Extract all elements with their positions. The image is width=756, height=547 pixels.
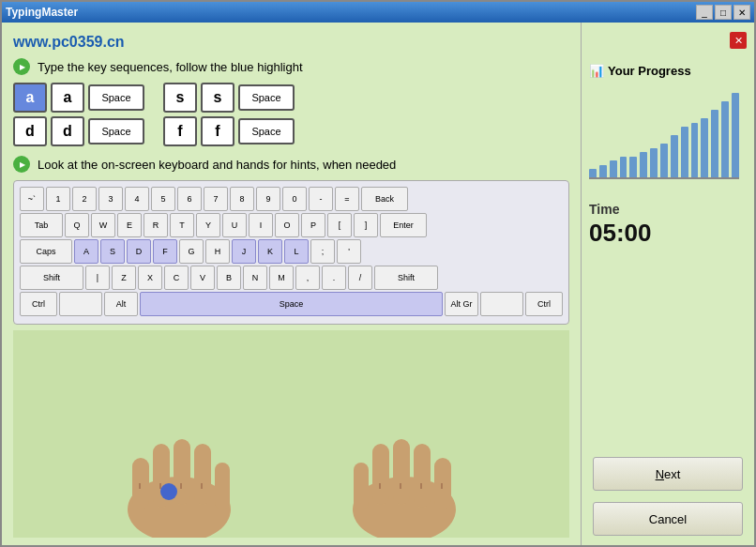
play-icon-2[interactable] [13, 156, 30, 173]
key-z[interactable]: Z [112, 266, 136, 290]
key-6[interactable]: 6 [177, 187, 202, 211]
key-backspace[interactable]: Back [361, 187, 408, 211]
key-comma[interactable]: , [295, 266, 320, 290]
play-icon-1[interactable] [13, 58, 30, 75]
key-enter[interactable]: Enter [380, 213, 427, 237]
key-tab[interactable]: Tab [20, 213, 63, 237]
key-L[interactable]: L [284, 239, 309, 264]
chart-bar [599, 165, 607, 178]
key-1[interactable]: 1 [46, 187, 70, 211]
key-5[interactable]: 5 [151, 187, 175, 211]
key-period[interactable]: . [322, 266, 346, 290]
key-9[interactable]: 9 [256, 187, 280, 211]
key-e[interactable]: E [117, 213, 142, 237]
progress-title: 📊 Your Progress [589, 64, 747, 78]
key-minus[interactable]: - [309, 187, 333, 211]
next-label: Next [656, 467, 681, 481]
blue-dot [160, 483, 177, 500]
key-caps[interactable]: Caps [20, 239, 72, 264]
key-p[interactable]: P [301, 213, 325, 237]
key-D[interactable]: D [127, 239, 151, 264]
app-title: TypingMaster [6, 6, 78, 19]
key-o[interactable]: O [275, 213, 299, 237]
progress-section: 📊 Your Progress [589, 64, 747, 183]
svg-rect-1 [132, 458, 149, 509]
key-x[interactable]: X [138, 266, 162, 290]
key-semicolon[interactable]: ; [310, 239, 335, 264]
key-blank-left [59, 292, 102, 316]
key-alt-left[interactable]: Alt [104, 292, 138, 316]
key-slash[interactable]: / [348, 266, 372, 290]
key-shift-left[interactable]: Shift [20, 266, 83, 290]
key-t[interactable]: T [170, 213, 194, 237]
chart-bar [671, 135, 678, 177]
hand-right [292, 416, 479, 538]
key-v[interactable]: V [190, 266, 215, 290]
key-r[interactable]: R [144, 213, 168, 237]
key-q[interactable]: Q [65, 213, 89, 237]
key-tilde[interactable]: ~` [20, 187, 44, 211]
key-S[interactable]: S [100, 239, 125, 264]
hands-area [13, 330, 569, 538]
key-G[interactable]: G [179, 239, 204, 264]
key-row-ff: f f Space [163, 116, 295, 146]
key-n[interactable]: N [243, 266, 267, 290]
key-0[interactable]: 0 [282, 187, 307, 211]
key-pipe[interactable]: | [85, 266, 110, 290]
key-m[interactable]: M [269, 266, 294, 290]
key-lbracket[interactable]: [ [327, 213, 352, 237]
key-F[interactable]: F [153, 239, 177, 264]
key-y[interactable]: Y [196, 213, 220, 237]
key-space-3: Space [238, 84, 295, 111]
chart-bar [732, 93, 739, 177]
key-b[interactable]: B [217, 266, 241, 290]
instruction2-row: Look at the on-screen keyboard and hands… [13, 156, 569, 173]
key-J[interactable]: J [232, 239, 256, 264]
key-c[interactable]: C [164, 266, 189, 290]
key-8[interactable]: 8 [230, 187, 254, 211]
key-rbracket[interactable]: ] [354, 213, 378, 237]
key-space-1: Space [88, 84, 144, 111]
instruction1-text: Type the key sequences, follow the blue … [38, 60, 303, 74]
minimize-button[interactable]: _ [696, 5, 713, 20]
key-f-1: f [163, 116, 197, 146]
key-space[interactable]: Space [140, 292, 443, 316]
key-row-aa: a a Space [13, 83, 144, 113]
key-2[interactable]: 2 [72, 187, 97, 211]
key-K[interactable]: K [258, 239, 282, 264]
progress-label: Your Progress [608, 64, 691, 78]
key-group-2: s s Space f f Space [163, 83, 295, 146]
key-space-4: Space [238, 118, 295, 144]
key-d-2: d [51, 116, 84, 146]
time-section: Time 05:00 [589, 202, 747, 248]
key-ctrl-right[interactable]: Ctrl [525, 292, 563, 316]
key-4[interactable]: 4 [125, 187, 149, 211]
svg-rect-4 [194, 444, 211, 505]
key-quote[interactable]: ' [337, 239, 361, 264]
key-i[interactable]: I [249, 213, 273, 237]
maximize-button[interactable]: □ [715, 5, 732, 20]
chart-bar [711, 110, 718, 177]
cancel-button[interactable]: Cancel [593, 502, 743, 536]
key-H[interactable]: H [205, 239, 230, 264]
key-w[interactable]: W [91, 213, 115, 237]
close-panel-button[interactable]: ✕ [730, 32, 747, 49]
next-button[interactable]: Next [593, 457, 743, 491]
title-bar-buttons: _ □ ✕ [696, 5, 750, 20]
close-button[interactable]: ✕ [733, 5, 750, 20]
chart-bar [681, 127, 688, 177]
key-alt-gr[interactable]: Alt Gr [445, 292, 478, 316]
key-blank-right [480, 292, 523, 316]
key-ctrl-left[interactable]: Ctrl [20, 292, 57, 316]
key-shift-right[interactable]: Shift [374, 266, 438, 290]
kb-row-zxcv: Shift | Z X C V B N M , . / Shift [20, 266, 563, 290]
key-equals[interactable]: = [335, 187, 359, 211]
key-3[interactable]: 3 [98, 187, 123, 211]
kb-row-qwerty: Tab Q W E R T Y U I O P [ ] Enter [20, 213, 563, 237]
key-row-ss: s s Space [163, 83, 295, 113]
cancel-label: Cancel [649, 512, 687, 526]
key-7[interactable]: 7 [204, 187, 228, 211]
key-A[interactable]: A [74, 239, 98, 264]
key-u[interactable]: U [222, 213, 247, 237]
hand-left [104, 416, 292, 538]
